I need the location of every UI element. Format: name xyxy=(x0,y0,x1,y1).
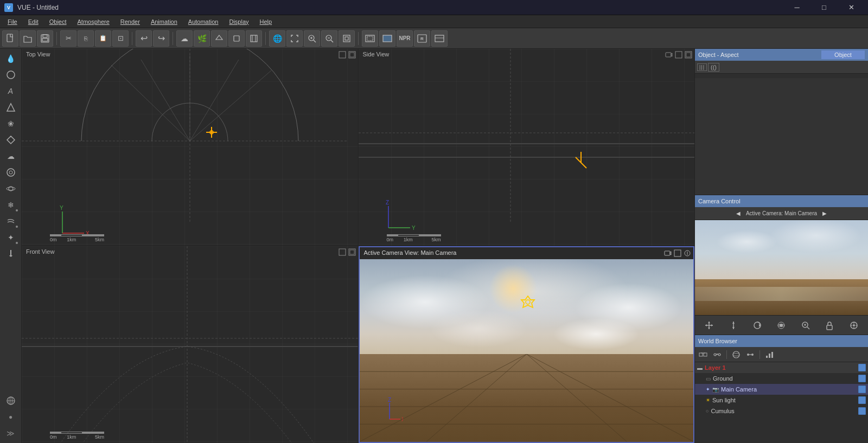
new-button[interactable] xyxy=(2,30,18,47)
render-main-button[interactable]: R xyxy=(414,30,430,47)
main-area: 💧 A ❀ ☁ ❄ ✦ ● xyxy=(0,49,868,443)
clouds-button[interactable]: ☁ xyxy=(176,30,193,47)
wb-group-button[interactable] xyxy=(697,349,709,360)
cam-lock-button[interactable] xyxy=(822,318,837,332)
triangle-tool[interactable] xyxy=(3,100,19,115)
left-toolbar: 💧 A ❀ ☁ ❄ ✦ ● xyxy=(0,49,22,443)
svg-text:Z: Z xyxy=(386,200,389,206)
side-view-camera-icon[interactable] xyxy=(665,51,673,59)
layer-collapse-icon[interactable]: ▬ xyxy=(697,365,703,371)
globe-tool[interactable] xyxy=(3,393,19,408)
top-view-menu-icon[interactable] xyxy=(348,51,356,59)
svg-line-10 xyxy=(314,40,316,42)
cloud-tool[interactable]: ☁ xyxy=(3,149,19,164)
world-browser-layer[interactable]: ▬ Layer 1 xyxy=(695,362,868,373)
cam-zoom-button[interactable] xyxy=(799,318,813,332)
zoom-in-button[interactable] xyxy=(304,30,320,47)
viewport-camera[interactable]: Z X Active Camera View: Main Camera xyxy=(359,246,695,443)
cut-button[interactable]: ✂ xyxy=(60,30,76,47)
diamond-tool[interactable] xyxy=(3,132,19,147)
wind-tool[interactable] xyxy=(3,214,19,229)
object-aspect-dropdown[interactable]: Object xyxy=(821,50,865,59)
wb-item-sunlight[interactable]: ☀ Sun light xyxy=(695,395,868,406)
open-button[interactable] xyxy=(20,30,36,47)
undo-button[interactable]: ↩ xyxy=(136,30,152,47)
cam-target-button[interactable] xyxy=(847,318,861,332)
wb-item-camera[interactable]: ✦ 📷 Main Camera xyxy=(695,384,868,395)
menu-display[interactable]: Display xyxy=(224,15,254,28)
wb-item-ground[interactable]: ▭ Ground xyxy=(695,373,868,384)
maximize-button[interactable]: □ xyxy=(812,0,837,15)
redo-button[interactable]: ↪ xyxy=(153,30,169,47)
wb-link-button[interactable] xyxy=(711,349,723,360)
circle-tool[interactable] xyxy=(3,67,19,82)
side-view-expand-icon[interactable] xyxy=(675,51,682,59)
render-npr-button[interactable]: NPR xyxy=(397,30,413,47)
cam-pan-button[interactable] xyxy=(702,318,716,332)
wrap-button[interactable]: ⊡ xyxy=(112,30,129,47)
close-button[interactable]: ✕ xyxy=(839,0,864,15)
viewport-side[interactable]: Z Y Side View xyxy=(359,49,695,246)
wb-item-cumulus[interactable]: ○ Cumulus xyxy=(695,406,868,416)
globe-button[interactable]: 🌐 xyxy=(269,30,285,47)
render-region-button[interactable] xyxy=(362,30,378,47)
object-button[interactable] xyxy=(228,30,245,47)
menu-animation[interactable]: Animation xyxy=(145,15,183,28)
menu-atmosphere[interactable]: Atmosphere xyxy=(72,15,115,28)
solid-circle-tool[interactable]: ● xyxy=(3,409,19,425)
layer-visibility-check[interactable] xyxy=(858,364,866,371)
anim-frame-button[interactable] xyxy=(246,30,262,47)
brush-tool[interactable] xyxy=(3,246,19,261)
aspect-toolbar-btn1[interactable]: ||| xyxy=(697,63,707,71)
ground-visibility[interactable] xyxy=(858,375,866,382)
copy-button[interactable]: ⎘ xyxy=(78,30,94,47)
light-tool[interactable]: ✦ xyxy=(3,230,19,245)
wb-chart-button[interactable] xyxy=(763,349,775,360)
expand-tool[interactable]: ≫ xyxy=(3,426,19,441)
save-button[interactable] xyxy=(37,30,53,47)
cumulus-visibility[interactable] xyxy=(858,407,866,415)
menu-render[interactable]: Render xyxy=(115,15,145,28)
front-view-expand-icon[interactable] xyxy=(339,248,346,256)
camera-view-camera-icon[interactable] xyxy=(664,249,672,257)
menu-help[interactable]: Help xyxy=(254,15,278,28)
viewport-front[interactable]: Z X Front View 0m1km5km xyxy=(22,246,358,443)
menu-automation[interactable]: Automation xyxy=(183,15,224,28)
render-options-button[interactable] xyxy=(431,30,448,47)
camera-visibility[interactable] xyxy=(858,386,866,393)
sun-visibility[interactable] xyxy=(858,396,866,404)
material-button[interactable] xyxy=(211,30,227,47)
snowflake-tool[interactable]: ❄ xyxy=(3,197,19,213)
wb-sphere-button[interactable] xyxy=(730,349,742,360)
menu-edit[interactable]: Edit xyxy=(23,15,44,28)
aspect-toolbar-btn2[interactable]: (() xyxy=(708,63,719,72)
tree-button[interactable]: 🌿 xyxy=(194,30,210,47)
menu-file[interactable]: File xyxy=(2,15,23,28)
paint-drop-tool[interactable]: 💧 xyxy=(3,51,19,66)
side-view-menu-icon[interactable] xyxy=(685,51,692,59)
saturn-tool[interactable] xyxy=(3,181,19,196)
zoom-out-button[interactable] xyxy=(321,30,337,47)
menu-object[interactable]: Object xyxy=(44,15,72,28)
fullscreen-button[interactable] xyxy=(286,30,303,47)
render-full-button[interactable] xyxy=(379,30,395,47)
camera-view-expand-icon[interactable] xyxy=(674,249,681,257)
text-tool[interactable]: A xyxy=(3,84,19,99)
camera-view-menu-icon[interactable] xyxy=(684,249,691,257)
top-view-expand-icon[interactable] xyxy=(339,51,346,59)
camera-nav-prev[interactable]: ◀ xyxy=(733,209,744,217)
flower-tool[interactable]: ❀ xyxy=(3,116,19,131)
minimize-button[interactable]: ─ xyxy=(784,0,809,15)
camera-nav-next[interactable]: ▶ xyxy=(819,209,830,217)
cam-orbit-button[interactable] xyxy=(774,318,788,332)
cam-tilt-button[interactable] xyxy=(726,318,741,332)
svg-point-29 xyxy=(9,171,12,174)
viewport-top[interactable]: Y X Top View xyxy=(22,49,358,246)
cam-rotate-button[interactable] xyxy=(750,318,764,332)
zoom-fit-button[interactable] xyxy=(339,30,355,47)
wb-connect-button[interactable] xyxy=(744,349,756,360)
sun-item-label: Sun light xyxy=(712,397,736,403)
front-view-menu-icon[interactable] xyxy=(348,248,356,256)
paste-button[interactable]: 📋 xyxy=(95,30,111,47)
ring-tool[interactable] xyxy=(3,165,19,180)
